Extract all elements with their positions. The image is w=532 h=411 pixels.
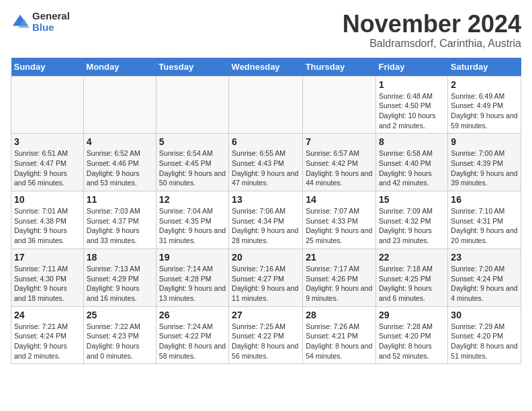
calendar-cell: 13Sunrise: 7:06 AMSunset: 4:34 PMDayligh… (229, 191, 303, 249)
day-info: Sunrise: 6:55 AMSunset: 4:43 PMDaylight:… (232, 148, 300, 188)
day-number: 10 (14, 194, 81, 205)
calendar-cell: 26Sunrise: 7:24 AMSunset: 4:22 PMDayligh… (156, 306, 228, 364)
calendar-cell: 15Sunrise: 7:09 AMSunset: 4:32 PMDayligh… (375, 191, 447, 249)
calendar-week-row: 24Sunrise: 7:21 AMSunset: 4:24 PMDayligh… (11, 306, 521, 364)
calendar-cell: 24Sunrise: 7:21 AMSunset: 4:24 PMDayligh… (11, 306, 84, 364)
day-number: 4 (87, 136, 153, 147)
calendar-cell (156, 76, 228, 134)
day-number: 13 (232, 194, 300, 205)
day-number: 2 (451, 79, 518, 90)
day-number: 12 (159, 194, 226, 205)
calendar-cell: 1Sunrise: 6:48 AMSunset: 4:50 PMDaylight… (375, 76, 447, 134)
day-number: 5 (159, 136, 226, 147)
logo-icon (11, 13, 30, 32)
calendar-cell (11, 76, 84, 134)
day-info: Sunrise: 6:48 AMSunset: 4:50 PMDaylight:… (379, 91, 445, 131)
calendar-cell: 14Sunrise: 7:07 AMSunset: 4:33 PMDayligh… (303, 191, 376, 249)
calendar-cell: 12Sunrise: 7:04 AMSunset: 4:35 PMDayligh… (156, 191, 228, 249)
day-number: 18 (87, 252, 153, 263)
calendar-cell: 22Sunrise: 7:18 AMSunset: 4:25 PMDayligh… (375, 248, 447, 306)
day-info: Sunrise: 7:09 AMSunset: 4:32 PMDaylight:… (379, 206, 445, 246)
calendar-cell: 16Sunrise: 7:10 AMSunset: 4:31 PMDayligh… (448, 191, 521, 249)
day-number: 1 (379, 79, 445, 90)
calendar-cell: 27Sunrise: 7:25 AMSunset: 4:22 PMDayligh… (229, 306, 303, 364)
day-number: 23 (451, 252, 518, 263)
logo: General Blue (11, 11, 70, 33)
day-info: Sunrise: 7:24 AMSunset: 4:22 PMDaylight:… (159, 322, 226, 361)
day-info: Sunrise: 7:29 AMSunset: 4:20 PMDaylight:… (451, 322, 518, 361)
day-info: Sunrise: 7:06 AMSunset: 4:34 PMDaylight:… (232, 206, 300, 246)
calendar-cell: 17Sunrise: 7:11 AMSunset: 4:30 PMDayligh… (11, 248, 84, 306)
day-number: 15 (379, 194, 445, 205)
day-number: 19 (159, 252, 226, 263)
day-info: Sunrise: 7:20 AMSunset: 4:24 PMDaylight:… (451, 264, 518, 304)
day-info: Sunrise: 7:25 AMSunset: 4:22 PMDaylight:… (232, 322, 300, 361)
logo-general: General (32, 11, 70, 22)
day-number: 20 (232, 252, 300, 263)
day-info: Sunrise: 7:04 AMSunset: 4:35 PMDaylight:… (159, 206, 226, 246)
calendar-cell: 20Sunrise: 7:16 AMSunset: 4:27 PMDayligh… (229, 248, 303, 306)
calendar-cell: 23Sunrise: 7:20 AMSunset: 4:24 PMDayligh… (448, 248, 521, 306)
calendar-cell: 4Sunrise: 6:52 AMSunset: 4:46 PMDaylight… (83, 134, 156, 191)
calendar-cell: 30Sunrise: 7:29 AMSunset: 4:20 PMDayligh… (448, 306, 521, 364)
day-number: 11 (87, 194, 153, 205)
calendar-cell: 6Sunrise: 6:55 AMSunset: 4:43 PMDaylight… (229, 134, 303, 191)
month-title: November 2024 (343, 11, 521, 38)
calendar-cell: 10Sunrise: 7:01 AMSunset: 4:38 PMDayligh… (11, 191, 84, 249)
calendar-cell: 8Sunrise: 6:58 AMSunset: 4:40 PMDaylight… (375, 134, 447, 191)
day-info: Sunrise: 6:54 AMSunset: 4:45 PMDaylight:… (159, 148, 226, 188)
calendar-cell (83, 76, 156, 134)
location-title: Baldramsdorf, Carinthia, Austria (343, 38, 521, 50)
calendar-cell: 3Sunrise: 6:51 AMSunset: 4:47 PMDaylight… (11, 134, 84, 191)
calendar-cell: 21Sunrise: 7:17 AMSunset: 4:26 PMDayligh… (303, 248, 376, 306)
calendar-table: SundayMondayTuesdayWednesdayThursdayFrid… (11, 58, 521, 365)
day-info: Sunrise: 7:14 AMSunset: 4:28 PMDaylight:… (159, 264, 226, 304)
day-info: Sunrise: 7:22 AMSunset: 4:23 PMDaylight:… (87, 322, 153, 361)
day-header-friday: Friday (375, 58, 447, 77)
calendar-cell: 2Sunrise: 6:49 AMSunset: 4:49 PMDaylight… (448, 76, 521, 134)
day-info: Sunrise: 7:03 AMSunset: 4:37 PMDaylight:… (87, 206, 153, 246)
day-header-monday: Monday (83, 58, 156, 77)
day-info: Sunrise: 6:57 AMSunset: 4:42 PMDaylight:… (306, 148, 373, 188)
day-number: 7 (306, 136, 373, 147)
day-number: 30 (451, 310, 518, 320)
day-number: 8 (379, 136, 445, 147)
logo-blue: Blue (32, 22, 70, 34)
day-info: Sunrise: 6:58 AMSunset: 4:40 PMDaylight:… (379, 148, 445, 188)
day-number: 14 (306, 194, 373, 205)
logo-text: General Blue (32, 11, 70, 33)
day-number: 26 (159, 310, 226, 320)
day-info: Sunrise: 7:18 AMSunset: 4:25 PMDaylight:… (379, 264, 445, 304)
day-number: 24 (14, 310, 81, 320)
day-info: Sunrise: 7:16 AMSunset: 4:27 PMDaylight:… (232, 264, 300, 304)
calendar-header-row: SundayMondayTuesdayWednesdayThursdayFrid… (11, 58, 521, 77)
day-number: 6 (232, 136, 300, 147)
day-info: Sunrise: 6:52 AMSunset: 4:46 PMDaylight:… (87, 148, 153, 188)
day-number: 17 (14, 252, 81, 263)
day-info: Sunrise: 7:00 AMSunset: 4:39 PMDaylight:… (451, 148, 518, 188)
day-number: 21 (306, 252, 373, 263)
calendar-cell: 19Sunrise: 7:14 AMSunset: 4:28 PMDayligh… (156, 248, 228, 306)
calendar-cell: 25Sunrise: 7:22 AMSunset: 4:23 PMDayligh… (83, 306, 156, 364)
day-info: Sunrise: 7:11 AMSunset: 4:30 PMDaylight:… (14, 264, 81, 304)
title-section: November 2024 Baldramsdorf, Carinthia, A… (343, 11, 521, 50)
day-info: Sunrise: 7:13 AMSunset: 4:29 PMDaylight:… (87, 264, 153, 304)
day-info: Sunrise: 7:01 AMSunset: 4:38 PMDaylight:… (14, 206, 81, 246)
calendar-week-row: 3Sunrise: 6:51 AMSunset: 4:47 PMDaylight… (11, 134, 521, 191)
calendar-week-row: 10Sunrise: 7:01 AMSunset: 4:38 PMDayligh… (11, 191, 521, 249)
day-info: Sunrise: 7:26 AMSunset: 4:21 PMDaylight:… (306, 322, 373, 361)
day-header-tuesday: Tuesday (156, 58, 228, 77)
day-header-wednesday: Wednesday (229, 58, 303, 77)
day-info: Sunrise: 7:17 AMSunset: 4:26 PMDaylight:… (306, 264, 373, 304)
day-number: 9 (451, 136, 518, 147)
day-info: Sunrise: 6:51 AMSunset: 4:47 PMDaylight:… (14, 148, 81, 188)
day-info: Sunrise: 7:21 AMSunset: 4:24 PMDaylight:… (14, 322, 81, 361)
page-header: General Blue November 2024 Baldramsdorf,… (11, 11, 521, 50)
day-info: Sunrise: 6:49 AMSunset: 4:49 PMDaylight:… (451, 91, 518, 131)
calendar-week-row: 17Sunrise: 7:11 AMSunset: 4:30 PMDayligh… (11, 248, 521, 306)
day-number: 22 (379, 252, 445, 263)
day-header-saturday: Saturday (448, 58, 521, 77)
calendar-cell: 7Sunrise: 6:57 AMSunset: 4:42 PMDaylight… (303, 134, 376, 191)
calendar-cell: 11Sunrise: 7:03 AMSunset: 4:37 PMDayligh… (83, 191, 156, 249)
day-info: Sunrise: 7:28 AMSunset: 4:20 PMDaylight:… (379, 322, 445, 361)
